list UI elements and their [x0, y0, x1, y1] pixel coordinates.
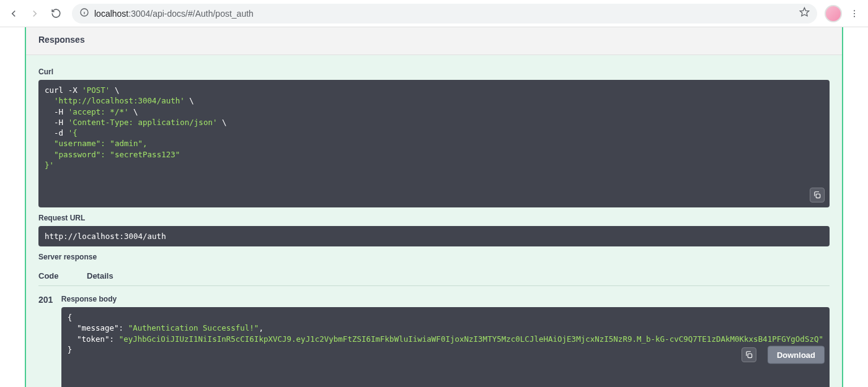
- copy-curl-button[interactable]: [810, 188, 825, 202]
- response-code: 201: [38, 295, 61, 387]
- url-text: localhost:3004/api-docs/#/Auth/post_auth: [94, 9, 254, 19]
- operation-panel: Responses Curl curl -X 'POST' \ 'http://…: [25, 27, 843, 387]
- download-button[interactable]: Download: [768, 346, 825, 364]
- address-bar[interactable]: localhost:3004/api-docs/#/Auth/post_auth: [72, 4, 817, 24]
- bookmark-icon[interactable]: [799, 7, 810, 20]
- browser-menu-icon[interactable]: [846, 5, 863, 22]
- request-url-value[interactable]: http://localhost:3004/auth: [38, 226, 830, 246]
- server-response-label: Server response: [38, 253, 830, 261]
- svg-point-4: [854, 10, 855, 11]
- col-code: Code: [38, 271, 87, 280]
- copy-response-button[interactable]: [742, 347, 756, 362]
- reload-button[interactable]: [47, 5, 64, 22]
- forward-button[interactable]: [26, 5, 43, 22]
- curl-label: Curl: [38, 67, 830, 76]
- svg-point-6: [854, 15, 855, 17]
- response-table-header: Code Details: [38, 265, 830, 286]
- col-details: Details: [87, 271, 113, 280]
- response-row: 201 Response body { "message": "Authenti…: [38, 286, 830, 387]
- browser-toolbar: localhost:3004/api-docs/#/Auth/post_auth: [0, 0, 868, 27]
- site-info-icon[interactable]: [79, 7, 89, 20]
- svg-marker-3: [800, 7, 808, 15]
- svg-rect-8: [748, 354, 751, 357]
- responses-title: Responses: [38, 35, 830, 45]
- back-button[interactable]: [5, 5, 22, 22]
- response-body-label: Response body: [61, 295, 830, 303]
- profile-avatar[interactable]: [825, 5, 842, 22]
- request-url-label: Request URL: [38, 214, 830, 222]
- responses-header: Responses: [26, 27, 842, 55]
- svg-rect-7: [816, 194, 820, 198]
- curl-code[interactable]: curl -X 'POST' \ 'http://localhost:3004/…: [38, 80, 830, 207]
- response-body[interactable]: { "message": "Authentication Successful!…: [61, 307, 830, 387]
- svg-point-5: [854, 12, 855, 14]
